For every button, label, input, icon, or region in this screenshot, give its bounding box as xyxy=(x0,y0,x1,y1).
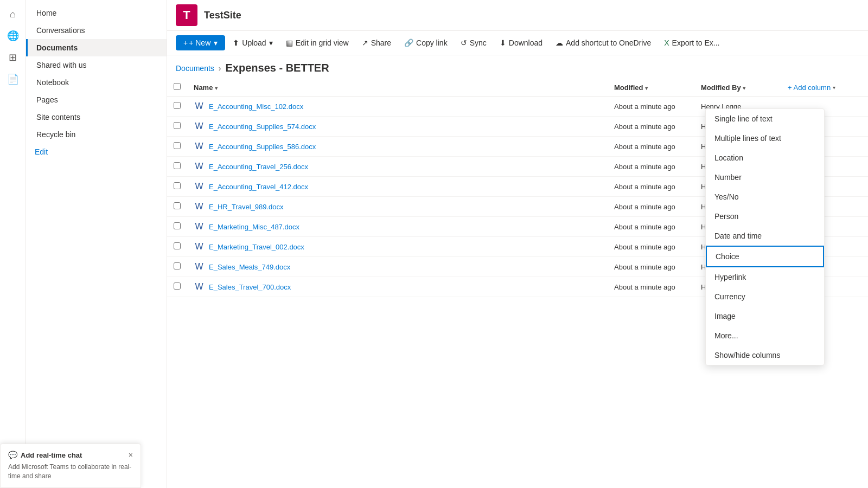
upload-button[interactable]: ⬆ Upload ▾ xyxy=(227,35,278,50)
file-name-text[interactable]: E_Accounting_Supplies_586.docx xyxy=(209,143,316,151)
globe-icon[interactable]: 🌐 xyxy=(3,26,23,46)
word-file-icon: W xyxy=(194,281,205,292)
dropdown-item-show/hide-columns[interactable]: Show/hide columns xyxy=(706,345,824,365)
file-name-text[interactable]: E_Sales_Meals_749.docx xyxy=(209,263,290,271)
file-name-text[interactable]: E_Marketing_Misc_487.docx xyxy=(209,223,299,231)
sync-icon: ↺ xyxy=(461,38,467,47)
header-checkbox[interactable] xyxy=(174,83,181,90)
file-name-text[interactable]: E_Marketing_Travel_002.docx xyxy=(209,243,304,251)
row-checkbox[interactable] xyxy=(174,262,181,269)
onedrive-icon: ☁ xyxy=(556,38,563,47)
modified-date: About a minute ago xyxy=(608,157,694,177)
dropdown-item-image[interactable]: Image xyxy=(706,306,824,326)
add-column-dropdown: Single line of textMultiple lines of tex… xyxy=(705,108,825,365)
name-sort-icon: ▾ xyxy=(215,85,218,91)
row-checkbox[interactable] xyxy=(174,282,181,290)
share-button[interactable]: ↗ Share xyxy=(356,35,397,50)
sidebar-item-conversations[interactable]: Conversations xyxy=(26,22,167,39)
col-header-modified[interactable]: Modified ▾ xyxy=(608,79,694,97)
sidebar-item-pages[interactable]: Pages xyxy=(26,91,167,108)
modified-date: About a minute ago xyxy=(608,177,694,197)
sidebar-item-recycle-bin[interactable]: Recycle bin xyxy=(26,126,167,143)
file-name-text[interactable]: E_Sales_Travel_700.docx xyxy=(209,283,291,291)
breadcrumb-separator: › xyxy=(219,64,221,73)
dropdown-item-hyperlink[interactable]: Hyperlink xyxy=(706,267,824,287)
sidebar: Home Conversations Documents Shared with… xyxy=(26,0,167,488)
row-checkbox[interactable] xyxy=(174,122,181,129)
site-header: T TestSite xyxy=(167,0,868,31)
word-file-icon: W xyxy=(194,201,205,212)
word-file-icon: W xyxy=(194,101,205,112)
row-checkbox[interactable] xyxy=(174,202,181,209)
word-file-icon: W xyxy=(194,261,205,272)
sidebar-item-home[interactable]: Home xyxy=(26,4,167,22)
dropdown-item-currency[interactable]: Currency xyxy=(706,287,824,306)
sidebar-item-documents[interactable]: Documents xyxy=(26,39,167,56)
file-name-text[interactable]: E_Accounting_Travel_412.docx xyxy=(209,183,308,191)
col-header-name[interactable]: Name ▾ xyxy=(187,79,608,97)
toolbar: + + New ▾ ⬆ Upload ▾ ▦ Edit in grid view… xyxy=(167,31,868,55)
word-file-icon: W xyxy=(194,241,205,252)
modified-date: About a minute ago xyxy=(608,117,694,137)
main-content: T TestSite + + New ▾ ⬆ Upload ▾ ▦ Edit i… xyxy=(167,0,868,488)
export-button[interactable]: X Export to Ex... xyxy=(659,35,725,50)
modified-date: About a minute ago xyxy=(608,237,694,257)
modified-sort-icon: ▾ xyxy=(645,85,648,91)
row-checkbox[interactable] xyxy=(174,102,181,109)
dropdown-item-choice[interactable]: Choice xyxy=(706,246,824,267)
word-file-icon: W xyxy=(194,221,205,232)
dropdown-item-multiple-lines-of-text[interactable]: Multiple lines of text xyxy=(706,129,824,148)
file-name-text[interactable]: E_Accounting_Travel_256.docx xyxy=(209,163,308,171)
row-checkbox[interactable] xyxy=(174,222,181,229)
teams-icon: 💬 xyxy=(8,451,17,459)
sidebar-edit-link[interactable]: Edit xyxy=(26,143,167,160)
sidebar-item-shared[interactable]: Shared with us xyxy=(26,56,167,74)
new-button[interactable]: + + New ▾ xyxy=(176,35,225,50)
link-icon: 🔗 xyxy=(404,38,413,47)
row-checkbox[interactable] xyxy=(174,142,181,149)
dropdown-item-date-and-time[interactable]: Date and time xyxy=(706,226,824,246)
modified-date: About a minute ago xyxy=(608,137,694,157)
dropdown-item-single-line-of-text[interactable]: Single line of text xyxy=(706,109,824,129)
modified-date: About a minute ago xyxy=(608,97,694,117)
row-checkbox[interactable] xyxy=(174,242,181,249)
file-name-text[interactable]: E_Accounting_Misc_102.docx xyxy=(209,102,303,111)
sync-button[interactable]: ↺ Sync xyxy=(455,35,492,50)
chat-close-button[interactable]: × xyxy=(129,451,133,459)
word-file-icon: W xyxy=(194,141,205,152)
chat-description: Add Microsoft Teams to collaborate in re… xyxy=(8,463,133,481)
dropdown-item-location[interactable]: Location xyxy=(706,148,824,168)
grid-icon[interactable]: ⊞ xyxy=(3,48,23,67)
row-checkbox[interactable] xyxy=(174,162,181,169)
row-checkbox[interactable] xyxy=(174,182,181,189)
sidebar-item-site-contents[interactable]: Site contents xyxy=(26,108,167,126)
select-all-checkbox[interactable] xyxy=(167,79,187,97)
col-header-modified-by[interactable]: Modified By ▾ xyxy=(694,79,781,97)
site-logo: T xyxy=(176,4,197,26)
upload-icon: ⬆ xyxy=(233,38,239,47)
add-shortcut-button[interactable]: ☁ Add shortcut to OneDrive xyxy=(550,35,656,50)
page-icon[interactable]: 📄 xyxy=(3,69,23,89)
word-file-icon: W xyxy=(194,121,205,132)
copy-link-button[interactable]: 🔗 Copy link xyxy=(399,35,453,50)
dropdown-item-yes/no[interactable]: Yes/No xyxy=(706,187,824,207)
download-button[interactable]: ⬇ Download xyxy=(494,35,548,50)
home-icon[interactable]: ⌂ xyxy=(3,4,23,24)
col-header-add-column[interactable]: + Add column ▾ xyxy=(781,79,868,97)
file-name-text[interactable]: E_HR_Travel_989.docx xyxy=(209,203,284,211)
new-chevron-icon: ▾ xyxy=(214,38,218,47)
breadcrumb-parent[interactable]: Documents xyxy=(176,64,214,73)
dropdown-item-number[interactable]: Number xyxy=(706,168,824,187)
add-col-chevron-icon: ▾ xyxy=(833,85,835,91)
dropdown-item-person[interactable]: Person xyxy=(706,207,824,226)
breadcrumb-current: Expenses - BETTER xyxy=(225,62,329,74)
chat-title: 💬 Add real-time chat xyxy=(8,451,82,459)
chat-widget: 💬 Add real-time chat × Add Microsoft Tea… xyxy=(0,444,141,488)
sidebar-item-notebook[interactable]: Notebook xyxy=(26,74,167,91)
grid-edit-icon: ▦ xyxy=(286,38,293,47)
modified-date: About a minute ago xyxy=(608,217,694,237)
edit-grid-button[interactable]: ▦ Edit in grid view xyxy=(280,35,354,50)
dropdown-item-more...[interactable]: More... xyxy=(706,326,824,345)
file-name-text[interactable]: E_Accounting_Supplies_574.docx xyxy=(209,123,316,131)
plus-icon: + xyxy=(183,38,188,47)
